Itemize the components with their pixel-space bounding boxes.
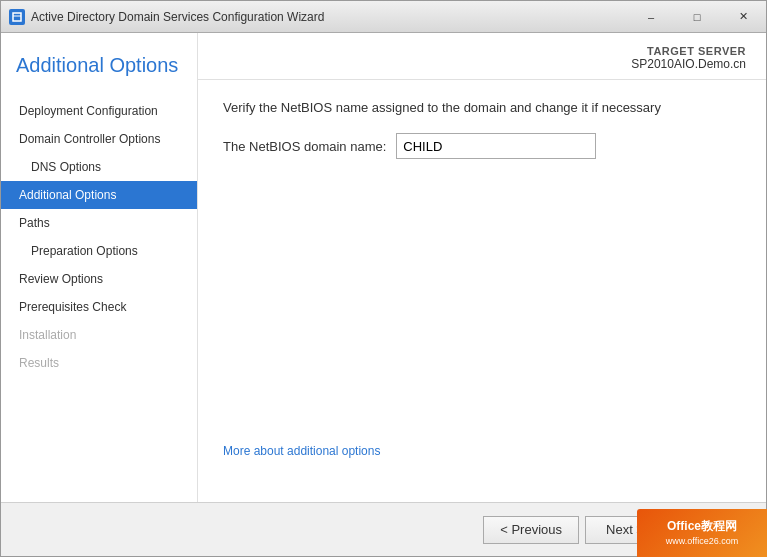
- previous-button[interactable]: < Previous: [483, 516, 579, 544]
- wizard-window: Active Directory Domain Services Configu…: [0, 0, 767, 557]
- svg-rect-0: [13, 13, 21, 21]
- sidebar-item-domain-controller-options[interactable]: Domain Controller Options: [1, 125, 197, 153]
- sidebar-item-paths[interactable]: Paths: [1, 209, 197, 237]
- title-bar-controls: – □ ✕: [628, 1, 766, 33]
- minimize-button[interactable]: –: [628, 1, 674, 33]
- sidebar-item-deployment-configuration[interactable]: Deployment Configuration: [1, 97, 197, 125]
- panel-body: Verify the NetBIOS name assigned to the …: [198, 80, 766, 502]
- right-panel: TARGET SERVER SP2010AIO.Demo.cn Verify t…: [198, 33, 766, 502]
- panel-header: TARGET SERVER SP2010AIO.Demo.cn: [198, 33, 766, 80]
- sidebar-item-additional-options[interactable]: Additional Options: [1, 181, 197, 209]
- main-content: Additional Options Deployment Configurat…: [1, 33, 766, 502]
- watermark-line2: www.office26.com: [666, 535, 738, 548]
- sidebar-header: Additional Options: [1, 43, 197, 97]
- sidebar-item-preparation-options[interactable]: Preparation Options: [1, 237, 197, 265]
- title-bar: Active Directory Domain Services Configu…: [1, 1, 766, 33]
- sidebar-item-review-options[interactable]: Review Options: [1, 265, 197, 293]
- netbios-field-row: The NetBIOS domain name:: [223, 133, 741, 159]
- target-server-value: SP2010AIO.Demo.cn: [218, 57, 746, 71]
- sidebar-item-installation: Installation: [1, 321, 197, 349]
- netbios-input[interactable]: [396, 133, 596, 159]
- app-icon: [9, 9, 25, 25]
- sidebar-item-dns-options[interactable]: DNS Options: [1, 153, 197, 181]
- netbios-label: The NetBIOS domain name:: [223, 139, 386, 154]
- close-button[interactable]: ✕: [720, 1, 766, 33]
- sidebar-item-results: Results: [1, 349, 197, 377]
- restore-button[interactable]: □: [674, 1, 720, 33]
- footer: < Previous Next > Cancel Office教程网 www.o…: [1, 502, 766, 556]
- more-link[interactable]: More about additional options: [223, 434, 741, 458]
- window-title: Active Directory Domain Services Configu…: [31, 10, 324, 24]
- sidebar: Additional Options Deployment Configurat…: [1, 33, 198, 502]
- target-server-label: TARGET SERVER: [218, 45, 746, 57]
- watermark-logo: Office教程网 www.office26.com: [637, 509, 767, 557]
- sidebar-item-prerequisites-check[interactable]: Prerequisites Check: [1, 293, 197, 321]
- title-bar-left: Active Directory Domain Services Configu…: [9, 9, 324, 25]
- watermark-line1: Office教程网: [666, 518, 738, 535]
- verify-text: Verify the NetBIOS name assigned to the …: [223, 100, 741, 115]
